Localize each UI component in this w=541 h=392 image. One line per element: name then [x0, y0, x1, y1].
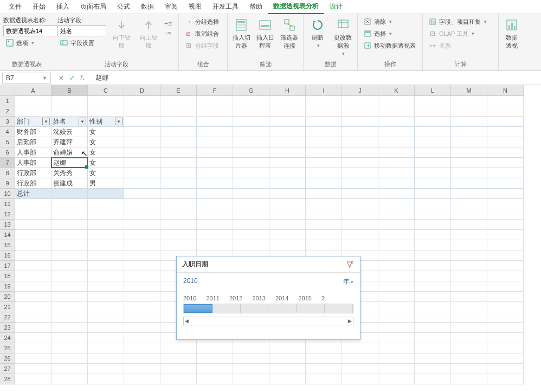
cell[interactable] [487, 117, 524, 127]
slicer-clear-filter-icon[interactable] [345, 260, 355, 269]
cell[interactable] [88, 333, 124, 343]
cell[interactable] [487, 364, 524, 374]
cell[interactable] [124, 189, 160, 199]
cell[interactable] [415, 240, 451, 250]
cell[interactable] [15, 240, 51, 250]
cell[interactable] [160, 168, 197, 178]
cell[interactable] [342, 189, 378, 199]
cell[interactable] [451, 281, 487, 292]
active-field-input[interactable] [57, 25, 106, 36]
cell[interactable] [233, 168, 269, 178]
cell[interactable] [451, 333, 487, 343]
row-header-13[interactable]: 13 [0, 220, 15, 230]
cell[interactable] [269, 106, 306, 117]
cell[interactable] [415, 271, 451, 281]
cell[interactable] [378, 240, 415, 250]
cell[interactable] [378, 158, 415, 168]
cell[interactable] [51, 354, 88, 364]
cell[interactable] [269, 364, 306, 374]
cell[interactable] [124, 117, 160, 127]
cell[interactable] [197, 127, 233, 137]
cell[interactable] [342, 364, 378, 374]
cell[interactable] [342, 127, 378, 137]
cell[interactable] [342, 354, 378, 364]
name-box[interactable]: B7 ▼ [2, 73, 51, 83]
slicer-segment[interactable] [268, 304, 297, 313]
cell[interactable] [451, 374, 487, 384]
cell[interactable]: 沈姣云 [51, 127, 88, 137]
cell[interactable] [415, 220, 451, 230]
cell[interactable] [160, 240, 197, 250]
row-header-19[interactable]: 19 [0, 281, 15, 292]
cell[interactable] [342, 230, 378, 240]
scroll-right-icon[interactable]: ▶ [348, 318, 352, 324]
cell[interactable] [124, 230, 160, 240]
cell[interactable] [306, 106, 342, 117]
cell[interactable] [51, 230, 88, 240]
cell[interactable] [160, 137, 197, 147]
cell[interactable] [378, 106, 415, 117]
cell[interactable] [124, 281, 160, 292]
cell[interactable] [415, 96, 451, 106]
cell[interactable] [451, 292, 487, 302]
cell[interactable] [378, 271, 415, 281]
cell[interactable] [487, 271, 524, 281]
col-header-M[interactable]: M [451, 85, 487, 96]
menu-layout[interactable]: 页面布局 [75, 0, 112, 14]
cell[interactable] [415, 261, 451, 271]
cell[interactable] [124, 364, 160, 374]
cell[interactable] [15, 106, 51, 117]
cell[interactable] [487, 199, 524, 209]
cell[interactable] [306, 374, 342, 384]
cell[interactable] [378, 199, 415, 209]
cell[interactable] [487, 343, 524, 354]
cell[interactable] [197, 220, 233, 230]
cell[interactable] [15, 292, 51, 302]
cell[interactable] [15, 199, 51, 209]
row-header-8[interactable]: 8 [0, 168, 15, 178]
cell[interactable] [160, 364, 197, 374]
cell[interactable] [342, 147, 378, 158]
cell[interactable] [197, 168, 233, 178]
cell[interactable] [160, 374, 197, 384]
cell[interactable] [197, 178, 233, 189]
cell[interactable]: 女 [88, 137, 124, 147]
cell[interactable] [160, 343, 197, 354]
cell[interactable] [306, 189, 342, 199]
cell[interactable] [415, 250, 451, 261]
cell[interactable] [88, 220, 124, 230]
cell[interactable] [306, 354, 342, 364]
cell[interactable] [88, 209, 124, 220]
cell[interactable] [233, 147, 269, 158]
cell[interactable] [51, 261, 88, 271]
cell[interactable] [15, 323, 51, 333]
cell[interactable] [269, 199, 306, 209]
cell[interactable] [415, 323, 451, 333]
cell[interactable] [415, 137, 451, 147]
cell[interactable] [233, 374, 269, 384]
cell[interactable] [451, 117, 487, 127]
cell[interactable] [487, 250, 524, 261]
filter-connections-button[interactable]: 筛选器连接 [279, 16, 300, 51]
cell[interactable] [197, 189, 233, 199]
cell[interactable] [269, 209, 306, 220]
row-header-7[interactable]: 7 [0, 158, 15, 168]
cell[interactable] [160, 209, 197, 220]
cell[interactable] [306, 127, 342, 137]
select-button[interactable]: 选择 [361, 28, 394, 39]
row-header-11[interactable]: 11 [0, 199, 15, 209]
change-source-button[interactable]: 更改数据源 [332, 16, 355, 57]
collapse-icon[interactable]: -≡ [164, 29, 172, 38]
cell[interactable] [51, 333, 88, 343]
confirm-icon[interactable]: ✓ [69, 74, 75, 82]
cell[interactable]: 性别▼ [88, 117, 124, 127]
cell[interactable] [15, 230, 51, 240]
cell[interactable]: 齐建萍 [51, 137, 88, 147]
menu-home[interactable]: 开始 [27, 0, 51, 14]
cell[interactable] [306, 96, 342, 106]
cell[interactable] [487, 178, 524, 189]
cell[interactable] [487, 189, 524, 199]
cell[interactable] [451, 261, 487, 271]
cell[interactable] [88, 364, 124, 374]
cell[interactable] [160, 230, 197, 240]
